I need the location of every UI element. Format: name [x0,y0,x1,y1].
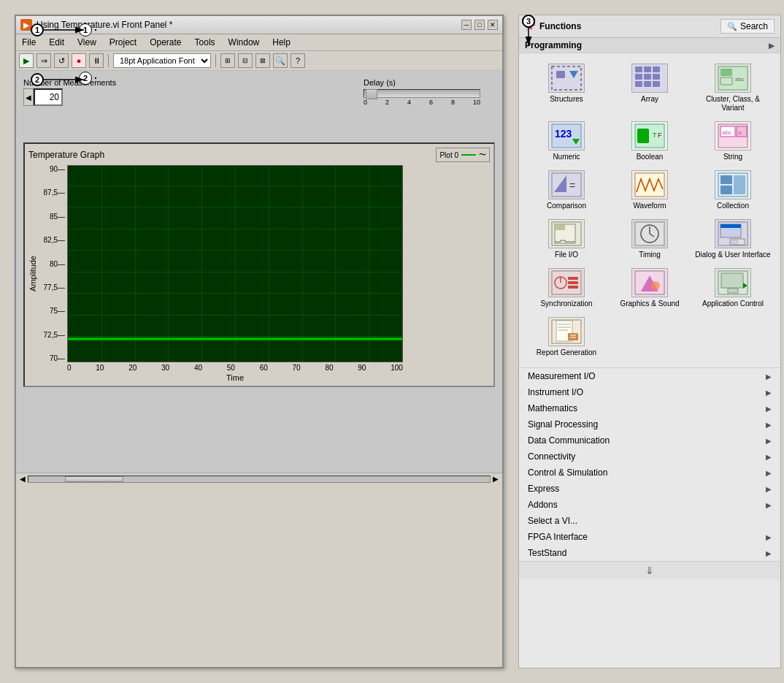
boolean-label: Boolean [637,153,664,161]
svg-rect-51 [568,277,578,280]
svg-rect-11 [653,81,660,87]
x-axis-label: Time [67,373,403,382]
close-button[interactable]: ✕ [488,20,498,30]
func-appcontrol[interactable]: Application Control [691,264,775,313]
func-sync[interactable]: Synchronization [525,264,608,313]
resize-button[interactable]: ⊠ [255,53,270,68]
menu-measurement-io[interactable]: Measurement I/O ▶ [519,368,780,384]
zoom-button[interactable]: 🔍 [273,53,288,68]
num-measurements-input[interactable] [34,88,63,106]
func-numeric[interactable]: 123 Numeric [525,117,608,166]
submenu-arrow-7: ▶ [766,485,772,493]
svg-rect-0 [552,66,581,90]
y-tick-70: 70— [50,354,65,362]
maximize-button[interactable]: □ [474,20,485,30]
y-tick-825: 82,5— [44,236,65,244]
menu-tools[interactable]: Tools [192,36,218,49]
panel-footer[interactable]: ⇓ [519,561,780,579]
menu-window[interactable]: Window [226,36,263,49]
submenu-arrow-2: ▶ [766,405,772,413]
submenu-arrow-3: ▶ [766,421,772,429]
run-button[interactable]: ▶ [19,53,34,68]
plot-legend[interactable]: Plot 0 〜 [436,148,490,162]
menu-help[interactable]: Help [269,36,293,49]
svg-text:123: 123 [555,128,572,140]
menu-file[interactable]: File [19,36,39,49]
waveform-label: Waveform [633,202,666,210]
svg-rect-60 [728,289,738,293]
svg-text:abc: abc [722,129,731,136]
func-boolean[interactable]: T F Boolean [608,117,691,166]
func-fileio[interactable]: File I/O [525,215,608,264]
minimize-button[interactable]: ─ [461,20,472,30]
menu-express[interactable]: Express ▶ [519,481,780,497]
abort-button[interactable]: ↺ [54,53,69,68]
func-graphics[interactable]: Graphics & Sound [608,264,691,313]
pause-button[interactable]: ⏸ [89,53,104,68]
func-comparison[interactable]: = Comparison [525,166,608,215]
svg-rect-52 [568,281,578,284]
menu-signal-processing[interactable]: Signal Processing ▶ [519,416,780,432]
align-button[interactable]: ⊞ [220,53,235,68]
appcontrol-label: Application Control [702,299,764,308]
numeric-icon: 123 [548,121,585,150]
menu-control-simulation[interactable]: Control & Simulation ▶ [519,465,780,481]
submenu-arrow-0: ▶ [766,373,772,381]
functions-header: 📌 Functions 🔍 Search [519,15,780,38]
search-button[interactable]: 🔍 Search [720,19,775,34]
timing-icon [631,219,668,248]
scroll-right-btn[interactable]: ▶ [491,475,501,483]
func-timing[interactable]: Timing [608,215,691,264]
help-button[interactable]: ? [291,53,305,68]
graph-wrapper: Amplitude 90— 87,5— 85— 82,5— 80— 77,5— … [28,165,490,382]
svg-rect-20 [637,129,649,143]
func-dialog[interactable]: Dialog & User Interface [691,215,775,264]
slider-ticks: 0 2 4 6 8 10 [364,99,480,106]
font-selector[interactable]: 18pt Application Font [113,53,211,68]
menu-instrument-io[interactable]: Instrument I/O ▶ [519,384,780,400]
func-waveform[interactable]: Waveform [608,166,691,215]
horizontal-scrollbar[interactable]: ◀ ▶ [16,473,502,484]
func-structures[interactable]: Structures [525,59,608,117]
svg-text:abc: abc [735,76,745,83]
scroll-thumb[interactable] [65,476,123,482]
svg-rect-66 [568,333,578,340]
menu-edit[interactable]: Edit [46,36,67,49]
func-cluster[interactable]: abc Cluster, Class, & Variant [691,59,775,117]
menu-view[interactable]: View [74,36,99,49]
func-string[interactable]: abc a String [691,117,775,166]
func-report[interactable]: Report Generation [525,313,608,362]
numeric-label: Numeric [553,153,580,161]
stop-button[interactable]: ● [72,53,86,68]
func-array[interactable]: Array [608,59,691,117]
programming-header[interactable]: Programming ▶ [519,38,780,53]
submenu-arrow-5: ▶ [766,453,772,461]
menu-data-communication[interactable]: Data Communication ▶ [519,432,780,449]
svg-rect-3 [635,66,642,72]
y-tick-90: 90— [50,165,65,173]
menu-teststand[interactable]: TestStand ▶ [519,545,780,561]
scroll-left-btn[interactable]: ◀ [18,475,28,483]
spin-arrow[interactable]: ◀ [23,88,34,106]
graph-plot[interactable] [67,165,403,362]
return-button[interactable]: ⇒ [36,53,51,68]
slider-thumb[interactable] [366,89,377,99]
menu-fpga-interface[interactable]: FPGA Interface ▶ [519,529,780,545]
pin-icon: 📌 [525,21,536,31]
func-collection[interactable]: Collection [691,166,775,215]
menu-addons[interactable]: Addons ▶ [519,497,780,513]
scroll-track[interactable] [28,476,491,483]
menu-connectivity[interactable]: Connectivity ▶ [519,449,780,465]
collection-icon [715,170,751,199]
svg-rect-13 [720,69,732,76]
appcontrol-icon [715,268,751,297]
svg-rect-9 [635,81,642,87]
menu-project[interactable]: Project [107,36,139,49]
menu-operate[interactable]: Operate [147,36,184,49]
svg-rect-6 [635,74,642,80]
menu-select-vi[interactable]: Select a VI... [519,513,780,529]
svg-rect-4 [644,66,651,72]
slider-track[interactable] [364,89,480,98]
distribute-button[interactable]: ⊟ [238,53,253,68]
menu-mathematics[interactable]: Mathematics ▶ [519,400,780,416]
